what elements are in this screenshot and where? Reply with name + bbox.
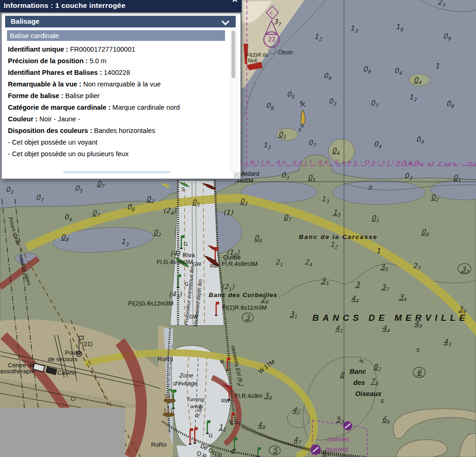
map-label: × [314, 452, 317, 457]
map-label: Banc [350, 368, 366, 375]
map-label: Obstn [278, 49, 293, 56]
info-field: Catégorie de marque cardinale : Marque c… [8, 102, 226, 113]
info-field: Disposition des couleurs : Bandes horizo… [8, 125, 226, 137]
map-label: G [231, 449, 235, 455]
info-field: Précision de la position : 5.0 m [8, 55, 226, 67]
unloaded-tile [0, 408, 125, 457]
vertical-scrollbar[interactable] [231, 29, 237, 172]
map-label: G [184, 241, 188, 247]
sounding: (43) [169, 290, 182, 299]
sounding: 1 [435, 62, 440, 70]
info-field: Identifiant Phares et Balises : 1400228 [8, 67, 226, 79]
sounding: 8 [340, 371, 345, 379]
map-label: Banc des Corbeilles [209, 291, 278, 298]
map-label: Limite of Caen - Ouistreha [401, 161, 476, 167]
map-label: Fl(2)R.6s [246, 52, 269, 58]
map-label: c [270, 10, 273, 15]
map-label: Quilbé [223, 254, 241, 261]
map-label: Fl(2)G.6s12m3M [128, 300, 174, 307]
sounding: 1 [376, 247, 381, 255]
info-note: - Cet objet possède un voyant [8, 137, 226, 148]
map-label: RoRo [151, 441, 166, 448]
map-label: des [353, 379, 365, 386]
info-note: - Cet objet possède un ou plusieurs feux [8, 148, 226, 160]
map-label: assothérapie [0, 368, 34, 375]
map-label: 22 [268, 35, 276, 43]
map-label: G [209, 433, 213, 438]
map-label: GW [192, 261, 202, 267]
spoil-ground-mark [343, 421, 352, 431]
map-label: R [229, 419, 233, 424]
map-label: Zone [179, 372, 193, 379]
map-label: Riva [183, 252, 195, 258]
map-label: × [300, 99, 303, 105]
map-label: RoRo [158, 356, 173, 363]
sounding: (24) [163, 206, 177, 216]
info-field: Remarquable à la vue : Non remarquable à… [8, 79, 226, 90]
map-label: d'évitage [173, 380, 198, 387]
map-label: No6 [248, 58, 258, 63]
map-label: Fl.R.4s9m3M [222, 260, 258, 267]
map-label: (21) [82, 340, 93, 347]
sounding: 3 [355, 280, 360, 289]
map-label: Turning [186, 397, 205, 402]
sounding: (4) [170, 249, 180, 258]
map-label: RW [221, 398, 230, 404]
map-label: BANCS DE MERVILLE [312, 313, 469, 323]
map-label: S [380, 398, 384, 404]
map-label: (buoyed) [325, 446, 348, 453]
map-label: Y [298, 128, 302, 133]
resize-handle[interactable] [234, 172, 240, 178]
result-item-balise-cardinale[interactable]: Balise cardinale [7, 30, 225, 41]
map-label: Banc de la Carcasse [299, 233, 377, 240]
map-label: Limite du port de Caen-Ouistreham [240, 159, 423, 166]
sounding: 5 [273, 446, 278, 455]
map-label: Oiseaux [355, 390, 382, 397]
map-label: Casino [57, 369, 76, 376]
info-field: Identifiant unique : FR000017277100001 [8, 44, 226, 55]
map-label: Fl.G.4s9m3M [157, 258, 193, 265]
sounding: 3 [245, 314, 250, 321]
vertical-scrollbar-thumb[interactable] [231, 31, 235, 78]
map-label: Fl(2)R.6s11m3M [222, 304, 267, 311]
section-balisage[interactable]: Balisage [5, 16, 236, 27]
chevron-down-icon[interactable] [222, 18, 230, 26]
close-icon[interactable]: ✕ [232, 0, 238, 4]
map-label: (balisée) [327, 436, 350, 443]
sounding: 6 [417, 368, 422, 377]
map-label: de secours [48, 356, 78, 363]
sounding: (21) [221, 283, 235, 292]
map-label: S [416, 347, 420, 353]
map-label: S [181, 186, 185, 192]
sounding: (1) [223, 208, 233, 217]
info-field: Forme de balise : Balise pilier [8, 90, 226, 102]
map-label: R [220, 359, 224, 364]
map-label: Fl.R.4s9m [235, 392, 262, 399]
horizontal-scrollbar-thumb[interactable] [63, 171, 170, 173]
info-panel: Balisage Balise cardinale Identifiant un… [1, 13, 241, 179]
info-panel-title: Informations : 1 couche interrogée [4, 1, 126, 10]
info-field: Couleur : Noir - Jaune - [8, 113, 226, 125]
field-list: Identifiant unique : FR000017277100001Pr… [8, 44, 226, 160]
info-panel-header[interactable]: Informations : 1 couche interrogée ✕ [0, 0, 242, 12]
map-label: Poste [65, 349, 80, 356]
app-window: 3712131609230909041040508030712080112070… [0, 0, 476, 457]
section-label: Balisage [11, 17, 40, 25]
map-label: RW [210, 263, 219, 269]
